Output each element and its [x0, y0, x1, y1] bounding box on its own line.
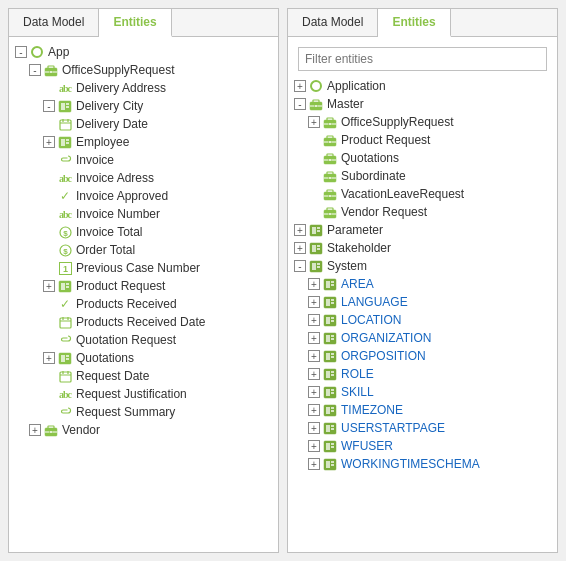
right-tree-item-vacationLeave[interactable]: VacationLeaveRequest [292, 185, 553, 203]
svg-rect-114 [331, 407, 334, 409]
right-tree-item-orgposition[interactable]: + ORGPOSITION [292, 347, 553, 365]
right-tree-item-wfuser[interactable]: + WFUSER [292, 437, 553, 455]
label-deliveryCity: Delivery City [76, 99, 143, 113]
left-tree-item-app[interactable]: -App [13, 43, 274, 61]
label-r-workingtimeschema: WORKINGTIMESCHEMA [341, 457, 480, 471]
right-tree-item-area[interactable]: + AREA [292, 275, 553, 293]
left-tree-item-invoiceTotal[interactable]: $Invoice Total [13, 223, 274, 241]
icon-invoiceAdress: abc [57, 170, 73, 186]
expander-r-language[interactable]: + [308, 296, 320, 308]
left-tree-item-quotationRequest[interactable]: Quotation Request [13, 331, 274, 349]
left-tree-item-invoiceApproved[interactable]: ✓Invoice Approved [13, 187, 274, 205]
right-tab-entities[interactable]: Entities [378, 9, 450, 37]
expander-r-wfuser[interactable]: + [308, 440, 320, 452]
expander-employee[interactable]: + [43, 136, 55, 148]
left-tree-item-invoiceAdress[interactable]: abcInvoice Adress [13, 169, 274, 187]
label-r-skill: SKILL [341, 385, 374, 399]
expander-r-area[interactable]: + [308, 278, 320, 290]
right-tab-data-model[interactable]: Data Model [288, 9, 378, 36]
expander-deliveryCity[interactable]: - [43, 100, 55, 112]
right-tree-item-timezone[interactable]: + TIMEZONE [292, 401, 553, 419]
expander-r-officeSupplyReq[interactable]: + [308, 116, 320, 128]
right-tree-item-subordinate[interactable]: Subordinate [292, 167, 553, 185]
left-tree-item-invoiceNumber[interactable]: abcInvoice Number [13, 205, 274, 223]
left-tree-item-deliveryDate[interactable]: Delivery Date [13, 115, 274, 133]
left-tree-item-officeSupplyRequest[interactable]: - OfficeSupplyRequest [13, 61, 274, 79]
expander-officeSupplyRequest[interactable]: - [29, 64, 41, 76]
expander-r-orgposition[interactable]: + [308, 350, 320, 362]
left-tree-item-requestJustification[interactable]: abcRequest Justification [13, 385, 274, 403]
expander-r-role[interactable]: + [308, 368, 320, 380]
expander-r-application[interactable]: + [294, 80, 306, 92]
right-tree-item-vendorR[interactable]: Vendor Request [292, 203, 553, 221]
svg-rect-65 [327, 190, 333, 193]
expander-vendor[interactable]: + [29, 424, 41, 436]
icon-r-timezone [322, 402, 338, 418]
label-app: App [48, 45, 69, 59]
expander-r-userstartpage[interactable]: + [308, 422, 320, 434]
svg-rect-42 [50, 431, 53, 433]
expander-r-organization[interactable]: + [308, 332, 320, 344]
left-tab-data-model[interactable]: Data Model [9, 9, 99, 36]
right-tree-item-workingtimeschema[interactable]: + WORKINGTIMESCHEMA [292, 455, 553, 473]
right-tree-item-location[interactable]: + LOCATION [292, 311, 553, 329]
right-tree-item-application[interactable]: +Application [292, 77, 553, 95]
expander-r-parameter[interactable]: + [294, 224, 306, 236]
expander-r-stakeholder[interactable]: + [294, 242, 306, 254]
right-tree-item-skill[interactable]: + SKILL [292, 383, 553, 401]
right-tree-item-parameter[interactable]: + Parameter [292, 221, 553, 239]
expander-r-system[interactable]: - [294, 260, 306, 272]
expander-r-timezone[interactable]: + [308, 404, 320, 416]
svg-rect-81 [312, 263, 316, 270]
right-tree-item-officeSupplyReq[interactable]: + OfficeSupplyRequest [292, 113, 553, 131]
right-tree-item-system[interactable]: - System [292, 257, 553, 275]
expander-r-location[interactable]: + [308, 314, 320, 326]
label-r-application: Application [327, 79, 386, 93]
left-tree-item-orderTotal[interactable]: $Order Total [13, 241, 274, 259]
expander-productRequest[interactable]: + [43, 280, 55, 292]
icon-invoiceApproved: ✓ [57, 188, 73, 204]
svg-rect-67 [329, 195, 332, 197]
left-tree-item-quotations[interactable]: + Quotations [13, 349, 274, 367]
expander-r-skill[interactable]: + [308, 386, 320, 398]
svg-rect-117 [326, 425, 330, 432]
left-tree-item-productsReceivedDate[interactable]: Products Received Date [13, 313, 274, 331]
right-tree-item-organization[interactable]: + ORGANIZATION [292, 329, 553, 347]
left-tab-entities[interactable]: Entities [99, 9, 171, 37]
right-tree-item-userstartpage[interactable]: + USERSTARTPAGE [292, 419, 553, 437]
expander-r-master[interactable]: - [294, 98, 306, 110]
expander-r-workingtimeschema[interactable]: + [308, 458, 320, 470]
right-tree-item-quotationsR[interactable]: Quotations [292, 149, 553, 167]
left-tree-item-requestSummary[interactable]: Request Summary [13, 403, 274, 421]
right-tree-item-role[interactable]: + ROLE [292, 365, 553, 383]
svg-text:$: $ [63, 247, 68, 256]
left-tree-item-requestDate[interactable]: Request Date [13, 367, 274, 385]
svg-rect-8 [66, 106, 69, 108]
left-tree-item-productRequest[interactable]: + Product Request [13, 277, 274, 295]
label-deliveryAddress: Delivery Address [76, 81, 166, 95]
icon-r-vendorR [322, 204, 338, 220]
left-tree-item-invoice[interactable]: Invoice [13, 151, 274, 169]
svg-rect-90 [331, 299, 334, 301]
svg-rect-95 [331, 320, 334, 322]
svg-rect-109 [326, 389, 330, 396]
left-tree-item-productsReceived[interactable]: ✓Products Received [13, 295, 274, 313]
left-tree-item-vendor[interactable]: + Vendor [13, 421, 274, 439]
right-tree-item-language[interactable]: + LANGUAGE [292, 293, 553, 311]
left-tree-item-employee[interactable]: + Employee [13, 133, 274, 151]
expander-app[interactable]: - [15, 46, 27, 58]
icon-r-wfuser [322, 438, 338, 454]
right-tree-item-productRequestR[interactable]: Product Request [292, 131, 553, 149]
expander-quotations[interactable]: + [43, 352, 55, 364]
svg-rect-77 [312, 245, 316, 252]
left-tree-item-deliveryAddress[interactable]: abcDelivery Address [13, 79, 274, 97]
svg-rect-47 [315, 105, 318, 107]
left-tree-item-previousCaseNumber[interactable]: 1Previous Case Number [13, 259, 274, 277]
left-tree-item-deliveryCity[interactable]: - Delivery City [13, 97, 274, 115]
label-r-master: Master [327, 97, 364, 111]
icon-r-orgposition [322, 348, 338, 364]
label-quotations: Quotations [76, 351, 134, 365]
right-tree-item-stakeholder[interactable]: + Stakeholder [292, 239, 553, 257]
filter-input[interactable] [298, 47, 547, 71]
right-tree-item-master[interactable]: - Master [292, 95, 553, 113]
